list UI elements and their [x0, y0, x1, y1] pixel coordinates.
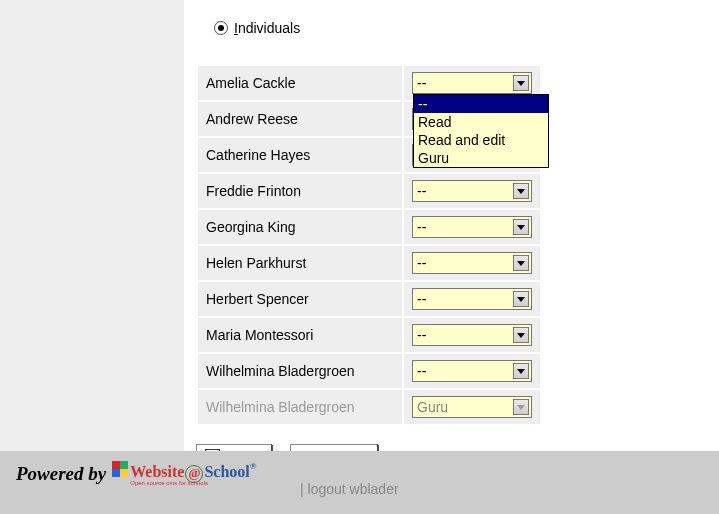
logout-link[interactable]: logout wblader	[308, 481, 399, 497]
main-content: Individuals Amelia Cackle----ReadRead an…	[184, 0, 719, 514]
table-row: Amelia Cackle----ReadRead and editGuru	[198, 66, 540, 100]
table-row: Freddie Frinton--	[198, 174, 540, 208]
chevron-down-icon[interactable]	[513, 363, 529, 379]
individual-name: Freddie Frinton	[198, 174, 402, 208]
role-select[interactable]: --	[412, 324, 532, 346]
individual-name: Georgina King	[198, 210, 402, 244]
logo[interactable]: Website@School® Open source cms for scho…	[112, 461, 256, 486]
role-select-value: --	[417, 255, 426, 271]
logout-area: | logout wblader	[300, 481, 399, 497]
table-row: Georgina King--	[198, 210, 540, 244]
chevron-down-icon[interactable]	[513, 219, 529, 235]
role-select-value: --	[417, 219, 426, 235]
role-cell: --	[404, 318, 540, 352]
role-option[interactable]: Read and edit	[414, 131, 548, 149]
individual-name: Amelia Cackle	[198, 66, 402, 100]
role-option[interactable]: --	[414, 95, 548, 113]
logo-tagline: Open source cms for schools	[130, 480, 256, 486]
role-cell: --	[404, 282, 540, 316]
left-sidebar	[0, 0, 184, 451]
role-cell: --	[404, 174, 540, 208]
role-select[interactable]: --	[412, 288, 532, 310]
role-cell: --	[404, 354, 540, 388]
role-select[interactable]: --	[412, 252, 532, 274]
chevron-down-icon[interactable]	[513, 255, 529, 271]
puzzle-icon	[112, 461, 128, 477]
role-cell: Guru	[404, 390, 540, 424]
role-select-value: --	[417, 363, 426, 379]
individual-name: Andrew Reese	[198, 102, 402, 136]
role-select-value: Guru	[417, 399, 448, 415]
role-dropdown[interactable]: --ReadRead and editGuru	[413, 94, 549, 168]
table-row: Wilhelmina Bladergroen--	[198, 354, 540, 388]
individual-name: Helen Parkhurst	[198, 246, 402, 280]
role-select[interactable]: ----ReadRead and editGuru	[412, 72, 532, 94]
role-option[interactable]: Guru	[414, 149, 548, 167]
role-option[interactable]: Read	[414, 113, 548, 131]
individual-name: Herbert Spencer	[198, 282, 402, 316]
role-cell: ----ReadRead and editGuru	[404, 66, 540, 100]
individual-name: Wilhelmina Bladergroen	[198, 354, 402, 388]
chevron-down-icon[interactable]	[513, 327, 529, 343]
table-row: Helen Parkhurst--	[198, 246, 540, 280]
role-select-value: --	[417, 291, 426, 307]
table-row: Maria Montessori--	[198, 318, 540, 352]
chevron-down-icon[interactable]	[513, 183, 529, 199]
individual-name: Wilhelmina Bladergroen	[198, 390, 402, 424]
role-cell: --	[404, 246, 540, 280]
individual-name: Catherine Hayes	[198, 138, 402, 172]
chevron-down-icon[interactable]	[513, 75, 529, 91]
role-select[interactable]: --	[412, 180, 532, 202]
powered-by-text: Powered by	[16, 463, 106, 485]
role-select[interactable]: --	[412, 216, 532, 238]
role-cell: --	[404, 210, 540, 244]
role-select-value: --	[417, 183, 426, 199]
table-row: Herbert Spencer--	[198, 282, 540, 316]
role-select-value: --	[417, 75, 426, 91]
powered-by: Powered by Website@School® Open source c…	[16, 461, 257, 486]
role-select[interactable]: --	[412, 360, 532, 382]
radio-icon	[214, 21, 228, 35]
role-select-value: --	[417, 327, 426, 343]
chevron-down-icon[interactable]	[513, 291, 529, 307]
role-select: Guru	[412, 396, 532, 418]
individuals-radio-row[interactable]: Individuals	[214, 20, 719, 36]
individual-name: Maria Montessori	[198, 318, 402, 352]
table-row: Wilhelmina BladergroenGuru	[198, 390, 540, 424]
individuals-table: Amelia Cackle----ReadRead and editGuruAn…	[196, 64, 542, 426]
individuals-radio-label: Individuals	[234, 20, 300, 36]
footer: Powered by Website@School® Open source c…	[0, 451, 719, 514]
chevron-down-icon	[513, 399, 529, 415]
